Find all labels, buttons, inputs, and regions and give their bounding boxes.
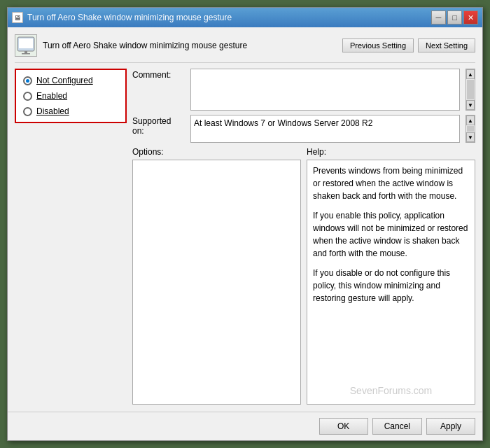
help-paragraph-1: Prevents windows from being minimized or… <box>313 164 469 202</box>
radio-input-not-configured <box>23 76 32 85</box>
supported-scroll-thumb <box>467 126 474 132</box>
options-panel: Options: <box>132 147 301 405</box>
main-area: Not Configured Enabled Disabled <box>15 69 475 405</box>
header-row: Turn off Aero Shake window minimizing mo… <box>15 34 475 63</box>
help-label: Help: <box>307 147 475 157</box>
dialog-content: Turn off Aero Shake window minimizing mo… <box>8 27 482 412</box>
window-icon: 🖥 <box>12 12 23 23</box>
policy-title: Turn off Aero Shake window minimizing mo… <box>43 41 247 50</box>
header-nav-buttons: Previous Setting Next Setting <box>342 38 475 52</box>
radio-label-not-configured: Not Configured <box>36 76 93 85</box>
radio-not-configured[interactable]: Not Configured <box>23 76 118 85</box>
window-title: Turn off Aero Shake window minimizing mo… <box>27 13 232 22</box>
radio-group: Not Configured Enabled Disabled <box>15 69 127 123</box>
left-panel: Not Configured Enabled Disabled <box>15 69 127 405</box>
minimize-button[interactable]: ─ <box>431 10 446 24</box>
supported-section: Supported on: At least Windows 7 or Wind… <box>132 115 475 143</box>
next-setting-button[interactable]: Next Setting <box>418 38 475 52</box>
cancel-button[interactable]: Cancel <box>372 418 422 435</box>
scroll-down-arrow[interactable]: ▼ <box>466 100 475 110</box>
right-panel: Comment: ▲ ▼ Supported on: At least Wind… <box>132 69 475 405</box>
help-box: Prevents windows from being minimized or… <box>307 160 475 405</box>
radio-enabled[interactable]: Enabled <box>23 91 118 101</box>
comment-section: Comment: ▲ ▼ <box>132 69 475 111</box>
svg-rect-1 <box>19 38 33 48</box>
comment-label: Comment: <box>132 69 185 80</box>
comment-scrollbar[interactable]: ▲ ▼ <box>465 69 475 111</box>
svg-rect-2 <box>24 51 27 53</box>
previous-setting-button[interactable]: Previous Setting <box>342 38 414 52</box>
radio-label-disabled: Disabled <box>36 106 69 116</box>
supported-value: At least Windows 7 or Windows Server 200… <box>190 115 460 143</box>
comment-textarea[interactable] <box>190 69 460 111</box>
header-left: Turn off Aero Shake window minimizing mo… <box>15 34 247 57</box>
options-box <box>132 160 301 405</box>
title-bar: 🖥 Turn off Aero Shake window minimizing … <box>8 8 482 27</box>
radio-disabled[interactable]: Disabled <box>23 106 118 116</box>
footer: OK Cancel Apply <box>8 412 482 440</box>
supported-label: Supported on: <box>132 115 185 136</box>
radio-input-enabled <box>23 92 32 101</box>
apply-button[interactable]: Apply <box>426 418 475 435</box>
supported-scrollbar[interactable]: ▲ ▼ <box>465 115 475 143</box>
scroll-thumb <box>467 80 474 99</box>
help-text: Prevents windows from being minimized or… <box>313 164 469 304</box>
bottom-area: Options: Help: Prevents windows from bei… <box>132 147 475 405</box>
supported-scroll-down[interactable]: ▼ <box>466 132 475 142</box>
close-button[interactable]: ✕ <box>463 10 478 24</box>
radio-label-enabled: Enabled <box>36 91 67 101</box>
help-paragraph-3: If you disable or do not configure this … <box>313 267 469 304</box>
title-buttons: ─ □ ✕ <box>431 10 478 24</box>
watermark: SevenForums.com <box>350 384 432 398</box>
help-panel: Help: Prevents windows from being minimi… <box>307 147 475 405</box>
options-label: Options: <box>132 147 301 157</box>
policy-icon <box>15 34 37 57</box>
help-paragraph-2: If you enable this policy, application w… <box>313 209 469 260</box>
maximize-button[interactable]: □ <box>447 10 462 24</box>
title-bar-left: 🖥 Turn off Aero Shake window minimizing … <box>12 12 232 23</box>
main-window: 🖥 Turn off Aero Shake window minimizing … <box>7 7 483 441</box>
scroll-up-arrow[interactable]: ▲ <box>466 69 475 79</box>
radio-input-disabled <box>23 107 32 116</box>
supported-scroll-up[interactable]: ▲ <box>466 115 475 125</box>
svg-rect-3 <box>22 53 30 55</box>
ok-button[interactable]: OK <box>319 418 368 435</box>
